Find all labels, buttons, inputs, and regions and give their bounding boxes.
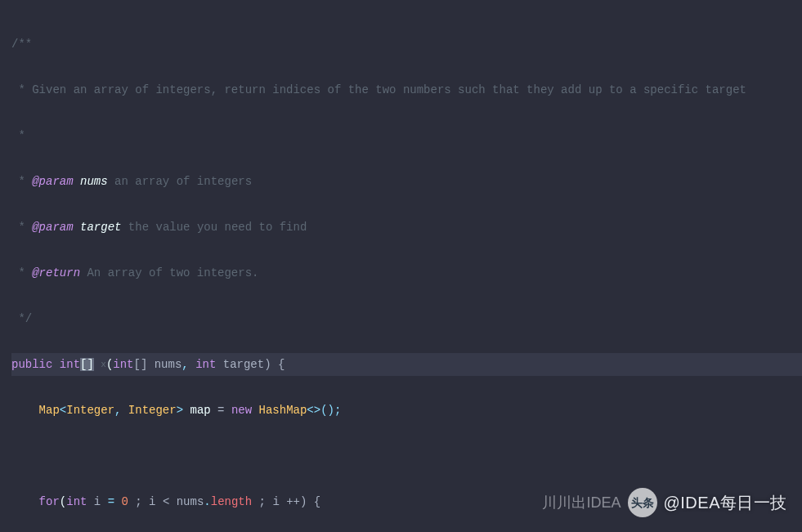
code-line (11, 445, 802, 467)
code-line: * Given an array of integers, return ind… (11, 78, 802, 101)
code-line: * @return An array of two integers. (11, 262, 802, 284)
watermark: 川川出IDEA 头条 @IDEA每日一技 (547, 488, 787, 517)
code-line: /** (11, 33, 802, 56)
watermark-main: @IDEA每日一技 (664, 491, 788, 514)
watermark-badge-icon: 头条 (628, 488, 657, 517)
watermark-secondary: 川川出IDEA (542, 491, 621, 514)
code-line-current: public int[] x(int[] nums, int target) { (11, 353, 802, 376)
code-editor[interactable]: /** * Given an array of integers, return… (0, 10, 802, 532)
code-line: * (11, 124, 802, 147)
code-line: * @param target the value you need to fi… (11, 216, 802, 239)
code-line: Map<Integer, Integer> map = new HashMap<… (11, 399, 802, 422)
code-line: */ (11, 307, 802, 330)
method-placeholder: x (101, 360, 106, 369)
cursor-selection: [] (80, 358, 94, 371)
code-line: * @param nums an array of integers (11, 170, 802, 193)
